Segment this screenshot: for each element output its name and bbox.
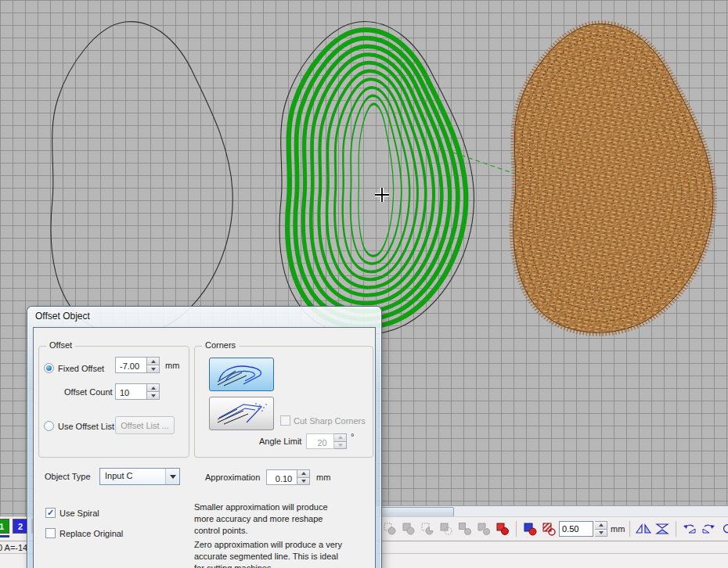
overlap-objects-icon[interactable]: [521, 520, 539, 537]
trim-front-icon[interactable]: [419, 520, 436, 537]
replace-original-checkbox[interactable]: [45, 528, 56, 538]
approximation-input[interactable]: [266, 469, 297, 485]
color-swatch-2[interactable]: 2: [13, 519, 28, 534]
angle-limit-unit: °: [351, 432, 354, 441]
fixed-offset-unit: mm: [165, 361, 179, 370]
object-type-dropdown[interactable]: Input C: [99, 468, 180, 485]
rotate-ccw-icon[interactable]: [681, 520, 698, 537]
toolbar-separator: [629, 521, 630, 537]
free-rotate-icon[interactable]: [719, 520, 728, 537]
offset-count-stepper[interactable]: [147, 383, 160, 400]
horizontal-scrollbar[interactable]: [374, 505, 728, 516]
overlap-distance-stepper[interactable]: [595, 521, 607, 537]
remove-overlaps-icon[interactable]: [540, 520, 557, 537]
dialog-title: Offset Object: [35, 311, 90, 322]
angle-limit-label: Angle Limit: [259, 437, 301, 446]
use-offset-list-radio[interactable]: [44, 421, 54, 431]
approximation-note-1: Smaller approximation will produce more …: [194, 501, 344, 537]
offset-count-input[interactable]: [115, 383, 147, 400]
flip-horizontal-icon[interactable]: [635, 520, 652, 537]
application-window: 1 2 3: [0, 0, 728, 568]
cut-sharp-corners-label: Cut Sharp Corners: [294, 416, 366, 426]
approximation-label: Approximation: [205, 473, 260, 482]
corners-group-label: Corners: [202, 340, 239, 350]
exclude-icon[interactable]: [456, 520, 474, 537]
offset-group-label: Offset: [46, 340, 75, 350]
replace-original-label: Replace Original: [59, 529, 123, 538]
sharp-corners-button[interactable]: [209, 397, 274, 430]
combine-icon[interactable]: [494, 520, 511, 537]
use-spiral-label: Use Spiral: [59, 509, 99, 518]
toolbar-separator: [516, 521, 517, 537]
fixed-offset-radio[interactable]: [44, 363, 54, 373]
offset-list-button[interactable]: Offset List ...: [115, 416, 175, 434]
crosshair-cursor: [375, 188, 389, 202]
chevron-down-icon: [165, 469, 179, 484]
object-type-value: Input C: [105, 471, 132, 480]
selected-color-underline: [0, 535, 9, 537]
offset-spiral-shape[interactable]: [279, 22, 474, 336]
offset-object-dialog: Offset Object Offset Fixed Offset mm Off…: [27, 307, 381, 568]
flip-vertical-icon[interactable]: [654, 520, 671, 537]
round-corners-button[interactable]: [209, 358, 274, 391]
outline-shape[interactable]: [51, 22, 232, 336]
use-offset-list-label: Use Offset List: [58, 422, 114, 431]
round-corners-icon: [214, 362, 269, 387]
approximation-unit: mm: [316, 473, 330, 482]
stitched-shape[interactable]: [514, 24, 713, 333]
cut-sharp-corners-checkbox[interactable]: [280, 415, 290, 426]
approximation-stepper[interactable]: [297, 469, 310, 485]
approximation-note-2: Zero approximation will produce a very a…: [194, 539, 344, 568]
union-icon[interactable]: [400, 520, 417, 537]
trim-back-icon[interactable]: [438, 520, 455, 537]
offset-count-label: Offset Count: [64, 387, 113, 397]
dialog-body: Offset Fixed Offset mm Offset Count Use …: [33, 327, 376, 568]
weld-icon[interactable]: [381, 520, 398, 537]
overlap-distance-input[interactable]: [559, 521, 593, 537]
fixed-offset-label: Fixed Offset: [58, 364, 104, 373]
sharp-corners-icon: [214, 401, 269, 426]
rotate-cw-icon[interactable]: [700, 520, 717, 537]
overlap-distance-unit: mm: [611, 524, 625, 534]
angle-limit-stepper[interactable]: [334, 433, 347, 449]
fixed-offset-input[interactable]: [115, 357, 147, 373]
color-swatch-1[interactable]: 1: [0, 519, 9, 534]
divide-icon[interactable]: [475, 520, 492, 537]
fixed-offset-stepper[interactable]: [147, 357, 160, 373]
angle-limit-input[interactable]: [306, 433, 334, 449]
status-coordinates: 0 A=-14: [0, 543, 27, 552]
use-spiral-checkbox[interactable]: [45, 508, 56, 518]
toolbar-separator: [676, 521, 676, 537]
object-type-label: Object Type: [45, 472, 91, 481]
